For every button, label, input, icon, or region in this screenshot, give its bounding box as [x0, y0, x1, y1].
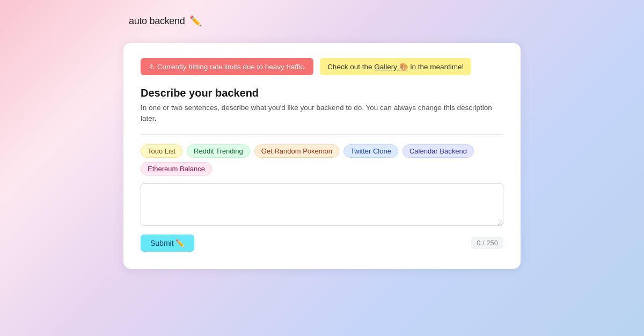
- divider: [141, 134, 503, 135]
- app-title-emoji: ✏️: [189, 16, 201, 26]
- chip-reddit-trending[interactable]: Reddit Trending: [187, 144, 250, 158]
- chip-get-random-pokemon[interactable]: Get Random Pokemon: [254, 144, 339, 158]
- form-subtitle: In one or two sentences, describe what y…: [141, 103, 503, 125]
- app-title: auto backend ✏️: [129, 16, 201, 26]
- chip-ethereum-balance[interactable]: Ethereum Balance: [141, 162, 212, 176]
- gallery-suffix: in the meantime!: [408, 63, 464, 71]
- main-card: ⚠ Currently hitting rate limits due to h…: [123, 43, 521, 269]
- rate-limit-alert: ⚠ Currently hitting rate limits due to h…: [141, 58, 313, 75]
- app-title-text: auto backend: [129, 16, 185, 26]
- gallery-link[interactable]: Gallery 🎨: [374, 63, 408, 71]
- submit-label: Submit ✏️: [150, 239, 185, 247]
- description-textarea[interactable]: [141, 183, 503, 226]
- char-count: 0 / 250: [471, 237, 503, 249]
- form-title: Describe your backend: [141, 87, 503, 99]
- example-chips-row: Todo List Reddit Trending Get Random Pok…: [141, 144, 503, 176]
- chip-calendar-backend[interactable]: Calendar Backend: [402, 144, 474, 158]
- submit-button[interactable]: Submit ✏️: [141, 235, 194, 252]
- app-header: auto backend ✏️: [0, 15, 201, 27]
- chip-twitter-clone[interactable]: Twitter Clone: [343, 144, 398, 158]
- alert-row: ⚠ Currently hitting rate limits due to h…: [141, 58, 503, 75]
- gallery-prefix: Check out the: [327, 63, 374, 71]
- chip-todo-list[interactable]: Todo List: [141, 144, 182, 158]
- rate-limit-text: ⚠ Currently hitting rate limits due to h…: [148, 62, 306, 71]
- form-footer: Submit ✏️ 0 / 250: [141, 235, 503, 252]
- gallery-alert: Check out the Gallery 🎨 in the meantime!: [320, 58, 471, 75]
